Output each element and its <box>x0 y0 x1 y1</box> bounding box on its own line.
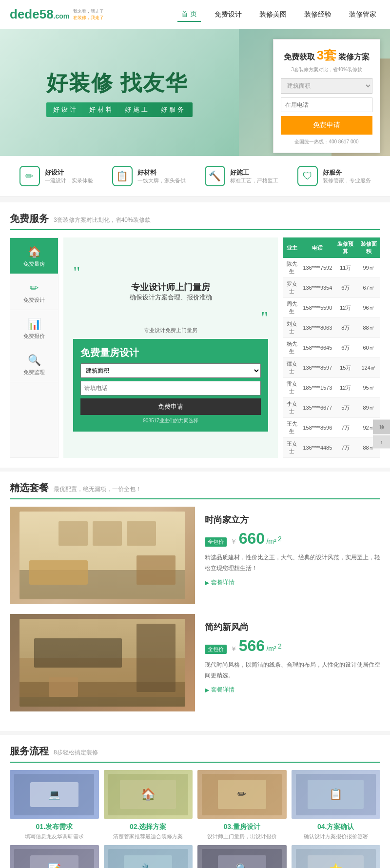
process-img-2: 🏠 <box>104 770 193 819</box>
process-desc-2: 清楚管家推荐最适合装修方案 <box>104 833 193 840</box>
banner: 好装修 找友华 好设计 好材料 好施工 好服务 免费获取 3套 装修方案 3套装… <box>0 29 390 156</box>
side-btn-2[interactable]: ↑ <box>373 435 390 449</box>
fs-item-design[interactable]: ✏ 免费设计 <box>10 274 58 310</box>
fs-item-supervision[interactable]: 🔍 免费监理 <box>10 346 58 382</box>
package-2-currency: ￥ <box>231 645 237 652</box>
supervision-icon: 🔍 <box>28 354 41 367</box>
free-service-mid: " 专业设计师上门量房 确保设计方案合理、报价准确 " 专业设计免费上门量房 免… <box>63 237 278 458</box>
table-row: 雷女士185****157312万95㎡ <box>283 378 380 398</box>
fs-form-title: 免费量房设计 <box>80 346 261 359</box>
packages-subtitle: 最优配置，绝无漏项，一价全包！ <box>54 485 141 493</box>
package-1-price: 660 <box>239 530 265 547</box>
package-2-detail[interactable]: ▶ 套餐详情 <box>205 686 380 694</box>
process-img-8: ⭐ <box>292 845 381 868</box>
feature-material: 📋 好材料 一线大牌，源头备供 <box>112 166 186 186</box>
nav-free-design[interactable]: 免费设计 <box>211 8 246 21</box>
feature-material-title: 好材料 <box>137 168 186 177</box>
feature-construction: 🔨 好施工 标准工艺，严格监工 <box>205 166 278 186</box>
design-icon: ✏ <box>20 166 40 186</box>
package-1-currency: ￥ <box>231 538 237 545</box>
process-desc-1: 填写信息龙友华调研需求 <box>10 833 99 840</box>
nav-home[interactable]: 首 页 <box>177 7 201 22</box>
process-title: 服务流程 <box>10 745 49 758</box>
table-row: 周先生158****559012万96㎡ <box>283 298 380 318</box>
process-header: 服务流程 8步轻松搞定装修 <box>10 745 380 763</box>
process-num-4: 04.方案确认 <box>292 823 381 831</box>
process-img-3: ✏ <box>197 770 287 819</box>
process-item-8: ⭐ 08.验收评价 竣工验收，给出服务评价 <box>292 845 381 868</box>
fs-item-quote[interactable]: 📊 免费报价 <box>10 310 58 346</box>
feature-design-desc: 一流设计，实录体验 <box>45 177 93 184</box>
banner-area-select[interactable]: 建筑面积 <box>281 78 372 94</box>
table-row: 陈先生136****759211万99㎡ <box>283 258 380 278</box>
fs-area-select[interactable]: 建筑面积 <box>80 363 261 378</box>
banner-form-title-post: 装修方案 <box>338 53 370 61</box>
fs-item-quote-label: 免费报价 <box>23 333 45 340</box>
banner-tel: 全国统一热线：400 8617 000 <box>281 138 372 145</box>
table-row: 李女士135****66775万89㎡ <box>283 398 380 418</box>
fs-phone-input[interactable] <box>80 381 261 395</box>
package-1-unit: /m² <box>266 537 276 545</box>
process-item-5: 📝 05.签订合同 签订详细装修合同 <box>10 845 99 868</box>
design-fs-icon: ✏ <box>30 282 39 295</box>
side-btn-1[interactable]: 顶 <box>373 420 390 434</box>
feature-construction-title: 好施工 <box>230 168 278 177</box>
free-service-subtitle: 3套装修方案对比划化，省40%装修款 <box>54 216 151 224</box>
process-img-1: 💻 <box>10 770 99 819</box>
main-nav: 首 页 免费设计 装修美图 装修经验 装修管家 <box>177 7 380 22</box>
fs-mid-sub: 确保设计方案合理、报价准确 <box>73 293 268 302</box>
fs-form: 免费量房设计 建筑面积 免费申请 908517业主们的共同选择 <box>73 339 268 432</box>
package-1-sup: 2 <box>278 535 282 543</box>
package-2-desc: 现代时尚风格，以简洁的线条、合理的布局，人性化的设计使居住空间更精选。 <box>205 660 380 681</box>
package-1-badge: 全包价 <box>205 537 227 547</box>
construction-icon: 🔨 <box>205 166 225 186</box>
fs-submit-button[interactable]: 免费申请 <box>80 398 261 415</box>
package-2-sup: 2 <box>278 642 282 650</box>
package-1-name: 时尚家立方 <box>205 514 380 526</box>
feature-design: ✏ 好设计 一流设计，实录体验 <box>20 166 93 186</box>
feature-construction-desc: 标准工艺，严格监工 <box>230 177 278 184</box>
package-img-1 <box>10 507 195 604</box>
banner-form-highlight: 3套 <box>317 48 336 62</box>
process-item-2: 🏠 02.选择方案 清楚管家推荐最适合装修方案 <box>104 770 193 840</box>
fs-mid-title: 专业设计师上门量房 <box>73 281 268 293</box>
process-item-6: 🔧 06.进场施工 确定进工时时，开始施工 <box>104 845 193 868</box>
material-icon: 📋 <box>112 166 133 186</box>
feature-service-desc: 装修管家，专业服务 <box>323 177 371 184</box>
col-budget: 装修预算 <box>334 237 357 258</box>
process-img-6: 🔧 <box>104 845 193 868</box>
process-item-1: 💻 01.发布需求 填写信息龙友华调研需求 <box>10 770 99 840</box>
package-1-detail[interactable]: ▶ 套餐详情 <box>205 578 380 587</box>
free-service-header: 免费服务 3套装修方案对比划化，省40%装修款 <box>10 212 380 230</box>
fs-item-supervision-label: 免费监理 <box>23 369 45 376</box>
nav-manager[interactable]: 装修管家 <box>345 8 380 21</box>
banner-phone-input[interactable] <box>281 98 372 112</box>
package-2-name: 简约新风尚 <box>205 621 380 633</box>
fs-note: 专业设计免费上门量房 <box>73 327 268 334</box>
col-phone: 电话 <box>301 237 334 258</box>
service-icon: 🛡 <box>297 166 318 186</box>
table-row: 谭女士136****859715万124㎡ <box>283 358 380 378</box>
packages-title: 精选套餐 <box>10 481 49 494</box>
col-area: 装修面积 <box>357 237 380 258</box>
nav-experience[interactable]: 装修经验 <box>300 8 335 21</box>
banner-submit-button[interactable]: 免费申请 <box>281 116 372 135</box>
free-service-title: 免费服务 <box>10 212 49 225</box>
measure-icon: 🏠 <box>28 246 41 258</box>
package-item-2: 简约新风尚 全包价 ￥ 566 /m² 2 现代时尚风格，以简洁的线条、合理的布… <box>10 614 380 711</box>
chevron-right-icon: ▶ <box>205 579 209 586</box>
feature-material-desc: 一线大牌，源头备供 <box>137 177 186 184</box>
logo-com: .com <box>54 12 70 20</box>
fs-item-design-label: 免费设计 <box>23 296 45 304</box>
package-1-info: 时尚家立方 全包价 ￥ 660 /m² 2 精选品质建材，性价比之王，大气、经典… <box>205 507 380 604</box>
fs-form-note: 908517业主们的共同选择 <box>80 417 261 424</box>
logo-sub1: 我来看，我走了 <box>73 8 104 15</box>
package-item-1: 时尚家立方 全包价 ￥ 660 /m² 2 精选品质建材，性价比之王，大气、经典… <box>10 507 380 604</box>
chevron-right-2-icon: ▶ <box>205 687 209 693</box>
nav-gallery[interactable]: 装修美图 <box>255 8 291 21</box>
table-row: 罗女士136****93546万67㎡ <box>283 278 380 298</box>
logo-slogan: 在装修，我走了 <box>73 15 104 21</box>
process-desc-4: 确认设计方案报价报价签署 <box>292 833 381 840</box>
process-grid: 💻 01.发布需求 填写信息龙友华调研需求 🏠 02.选择方案 清楚管家推荐最适… <box>10 770 380 868</box>
fs-item-measure[interactable]: 🏠 免费量房 <box>10 238 58 274</box>
